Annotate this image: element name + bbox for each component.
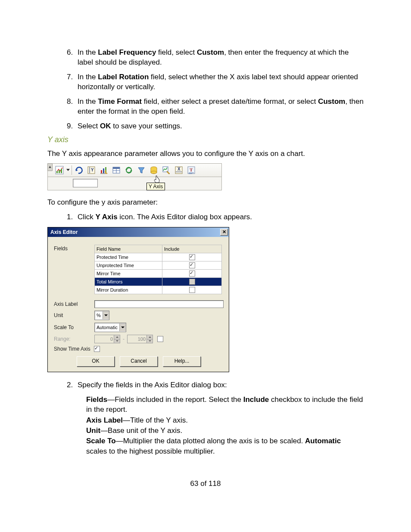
- scale-to-label: Scale To: [54, 324, 94, 330]
- include-checkbox[interactable]: [189, 262, 195, 268]
- heading-y-axis: Y axis: [47, 135, 364, 144]
- text-label-icon[interactable]: T: [185, 164, 197, 176]
- table-icon[interactable]: [110, 164, 122, 176]
- table-row[interactable]: Protected Time: [95, 253, 222, 261]
- col-field-name: Field Name: [95, 245, 162, 253]
- axis-editor-dialog: Axis Editor ✕ Fields Field Name Include …: [47, 227, 229, 372]
- step-6: In the Label Frequency field, select Cus…: [75, 47, 364, 68]
- col-include: Include: [162, 245, 222, 253]
- scale-to-combo[interactable]: Automatic: [94, 323, 126, 332]
- filter-icon[interactable]: [135, 164, 147, 176]
- unit-label: Unit: [54, 312, 94, 318]
- help-button[interactable]: Help...: [163, 356, 201, 367]
- svg-rect-1: [56, 171, 58, 173]
- dialog-title: Axis Editor: [50, 229, 78, 235]
- toolbar-text-input[interactable]: [73, 179, 98, 187]
- step-1-click-yaxis: Click Y Axis icon. The Axis Editor dialo…: [75, 212, 364, 222]
- scroll-up-icon: ▲: [47, 163, 53, 171]
- range-enable-checkbox[interactable]: [157, 336, 163, 342]
- instruction-steps-top: In the Label Frequency field, select Cus…: [47, 47, 364, 131]
- undo-icon[interactable]: [73, 164, 85, 176]
- svg-rect-2: [59, 170, 60, 173]
- step-7: In the Label Rotation field, select whet…: [75, 72, 364, 92]
- fields-label: Fields: [54, 245, 94, 252]
- svg-text:Y: Y: [91, 168, 94, 172]
- paragraph-configure: To configure the y axis parameter:: [47, 197, 364, 208]
- chevron-down-icon: [103, 311, 109, 319]
- fields-table: Field Name Include Protected Time Unprot…: [94, 245, 222, 294]
- chevron-down-icon: [119, 324, 126, 331]
- axis-label-label: Axis Label: [54, 301, 94, 307]
- show-time-axis-checkbox[interactable]: [94, 346, 100, 352]
- svg-text:X: X: [177, 167, 181, 171]
- range-low-spinner: [94, 335, 120, 343]
- step-8: In the Time Format field, either select …: [75, 96, 364, 117]
- close-icon[interactable]: ✕: [220, 229, 228, 236]
- step-2-specify-fields: Specify the fields in the Axis Editor di…: [75, 380, 364, 390]
- include-checkbox[interactable]: [189, 279, 195, 285]
- include-checkbox[interactable]: [189, 287, 195, 293]
- chart-type-dropdown-icon[interactable]: [66, 169, 70, 171]
- svg-rect-7: [101, 170, 102, 173]
- cancel-button[interactable]: Cancel: [120, 356, 158, 367]
- bar-chart-icon[interactable]: [98, 164, 110, 176]
- range-label: Range:: [54, 336, 94, 342]
- show-time-axis-label: Show Time Axis: [54, 346, 90, 352]
- toolbar-illustration: ▲ Y: [47, 163, 222, 190]
- table-row[interactable]: Mirror Time: [95, 270, 222, 278]
- svg-rect-3: [61, 169, 62, 173]
- instruction-steps-yaxis: Click Y Axis icon. The Axis Editor dialo…: [47, 212, 364, 222]
- include-checkbox[interactable]: [189, 271, 195, 277]
- ok-button[interactable]: OK: [77, 356, 115, 367]
- refresh-icon[interactable]: [123, 164, 135, 176]
- table-row[interactable]: Unprotected Time: [95, 261, 222, 270]
- database-icon[interactable]: [148, 164, 160, 176]
- range-high-spinner: [127, 335, 153, 343]
- page-number: 63 of 118: [47, 479, 364, 488]
- field-definitions: Fields—Fields included in the report. Se…: [86, 395, 364, 457]
- table-row[interactable]: Mirror Duration: [95, 286, 222, 294]
- step-9: Select OK to save your settings.: [75, 121, 364, 131]
- y-axis-icon[interactable]: Y: [85, 164, 97, 176]
- unit-combo[interactable]: %: [94, 311, 109, 320]
- svg-text:T: T: [190, 167, 193, 172]
- table-row[interactable]: Total Mirrors: [95, 278, 222, 286]
- x-axis-icon[interactable]: X: [173, 164, 185, 176]
- axis-label-input[interactable]: [94, 300, 224, 308]
- svg-rect-8: [103, 168, 104, 173]
- tooltip-y-axis: Y Axis: [146, 183, 165, 190]
- include-checkbox[interactable]: [189, 254, 195, 260]
- chart-type-icon[interactable]: [53, 164, 65, 176]
- paragraph-yaxis-intro: The Y axis appearance parameter allows y…: [47, 149, 364, 159]
- chart-edit-icon[interactable]: [160, 164, 172, 176]
